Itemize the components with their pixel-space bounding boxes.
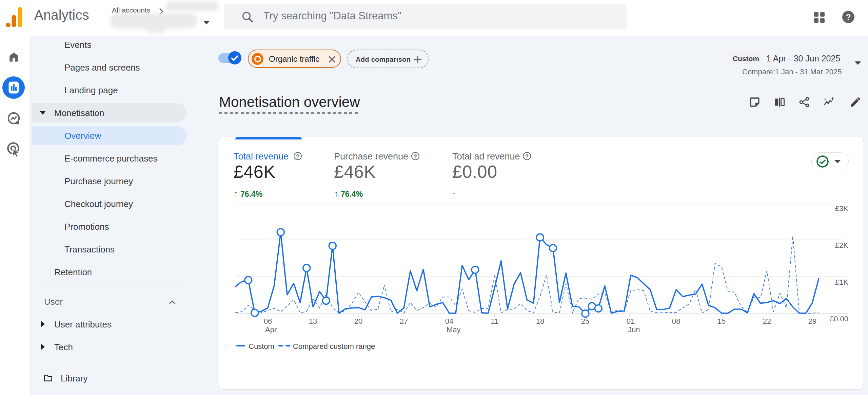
- svg-text:08: 08: [672, 317, 680, 325]
- svg-text:18: 18: [536, 317, 544, 325]
- svg-text:25: 25: [581, 317, 589, 325]
- svg-text:01: 01: [627, 317, 635, 325]
- svg-text:£3K: £3K: [835, 204, 848, 213]
- svg-text:Apr: Apr: [265, 325, 277, 334]
- svg-text:£2K: £2K: [835, 241, 848, 249]
- svg-text:20: 20: [354, 317, 362, 325]
- svg-text:Compared custom range: Compared custom range: [293, 342, 375, 351]
- svg-text:11: 11: [491, 317, 499, 325]
- svg-text:May: May: [447, 325, 461, 334]
- svg-text:29: 29: [808, 317, 816, 325]
- svg-text:22: 22: [763, 317, 771, 325]
- svg-text:15: 15: [717, 317, 726, 325]
- svg-text:04: 04: [445, 317, 453, 325]
- svg-text:£0.00: £0.00: [830, 315, 848, 323]
- svg-text:Jun: Jun: [628, 325, 640, 334]
- svg-text:27: 27: [400, 317, 408, 325]
- svg-text:13: 13: [309, 317, 317, 325]
- svg-text:Custom: Custom: [249, 342, 274, 351]
- svg-text:06: 06: [264, 317, 272, 325]
- svg-text:£1K: £1K: [835, 278, 848, 286]
